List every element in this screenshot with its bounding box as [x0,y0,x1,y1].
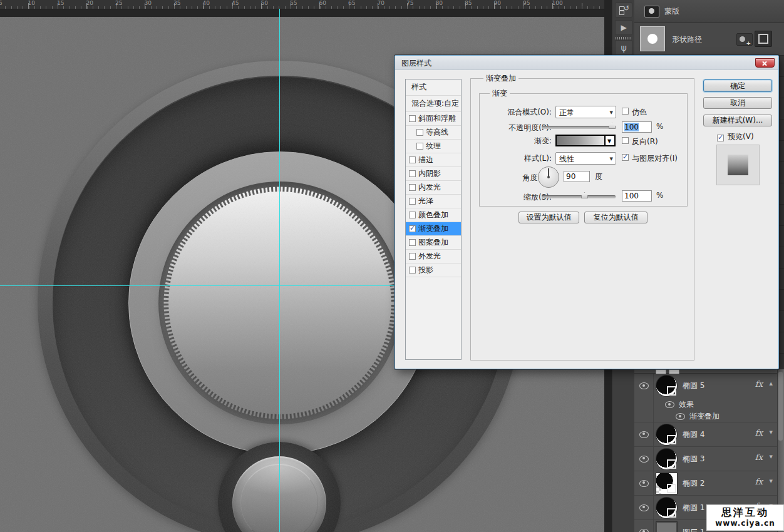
preview-checkbox[interactable] [717,135,724,141]
style-item-label: 斜面和浮雕 [418,113,456,124]
style-list-item-5[interactable]: 描边 [406,153,461,167]
history-panel-icon[interactable]: ↺ [615,3,632,18]
blend-mode-dropdown[interactable]: 正常▼ [555,106,616,118]
horizontal-ruler[interactable]: 5101520253035404550556065707580859095100 [0,0,604,9]
ruler-label: 65 [348,0,355,6]
style-item-checkbox[interactable] [409,239,416,246]
opacity-slider-thumb[interactable] [609,123,616,129]
style-list-item-3[interactable]: 等高线 [406,126,461,140]
visibility-eye-icon[interactable] [639,456,649,463]
visibility-eye-icon[interactable] [676,413,685,420]
visibility-eye-icon[interactable] [639,504,649,511]
layer-row[interactable]: 椭圆 2fx▼ [634,471,778,495]
style-list-item-2[interactable]: 斜面和浮雕 [406,112,461,126]
style-item-checkbox[interactable] [416,129,423,136]
effects-toggle-chevron-icon[interactable]: ▼ [770,454,773,459]
style-list-item-10[interactable]: 渐变叠加 [406,222,461,236]
scrollbar-thumb[interactable] [778,372,783,441]
brush-panel-icon[interactable]: ψ [615,40,632,55]
set-default-button[interactable]: 设置为默认值 [518,212,579,223]
shape-path-thumbnail[interactable] [640,26,665,51]
eye-cell[interactable] [634,422,654,446]
add-mask-icon[interactable]: + [736,33,753,46]
visibility-eye-icon[interactable] [639,480,649,487]
scale-slider[interactable] [542,195,616,198]
effects-toggle-chevron-icon[interactable]: ▲ [770,381,773,386]
eye-cell[interactable] [634,520,654,532]
style-item-label: 颜色叠加 [418,210,448,220]
style-item-checkbox[interactable] [409,225,416,232]
style-item-checkbox[interactable] [409,212,416,218]
style-item-label: 光泽 [418,196,433,207]
layer-thumbnail[interactable] [656,449,677,469]
ruler-label: 50 [261,0,268,6]
layer-name: 椭圆 4 [683,429,704,440]
close-button[interactable] [755,58,775,68]
lock-icon-tab[interactable] [669,369,679,374]
style-item-checkbox[interactable] [409,184,416,191]
new-style-button[interactable]: 新建样式(W)... [703,115,772,126]
layer-thumbnail[interactable] [656,376,677,396]
masks-panel-header[interactable]: 蒙版 [634,0,784,23]
effects-header-row[interactable]: 效果 [634,398,778,410]
layer-thumbnail[interactable] [656,522,677,532]
layer-row[interactable]: 椭圆 3fx▼ [634,446,778,471]
style-item-checkbox[interactable] [409,115,416,122]
layer-thumbnail[interactable] [656,498,677,518]
vertical-guide[interactable] [279,9,280,532]
layer-row[interactable]: 椭圆 4fx▼ [634,422,778,446]
style-list-item-6[interactable]: 内阴影 [406,167,461,181]
lock-icon-tab[interactable] [656,369,666,374]
cancel-button[interactable]: 取消 [703,97,772,109]
visibility-eye-icon[interactable] [639,431,649,438]
style-dropdown[interactable]: 线性▼ [555,152,616,165]
angle-input[interactable]: 90 [564,171,590,182]
style-item-checkbox[interactable] [409,156,416,163]
visibility-eye-icon[interactable] [639,382,649,389]
scale-slider-thumb[interactable] [581,192,588,198]
style-item-checkbox[interactable] [409,170,416,177]
effects-toggle-chevron-icon[interactable]: ▼ [770,479,773,484]
style-list-item-0[interactable]: 样式 [406,79,461,96]
style-list-item-9[interactable]: 颜色叠加 [406,208,461,222]
visibility-eye-icon[interactable] [665,401,674,408]
effect-item-row[interactable]: 渐变叠加 [634,410,778,422]
style-item-checkbox[interactable] [416,143,423,150]
gradient-picker-arrow[interactable]: ▼ [604,136,614,145]
ruler-label: 20 [86,0,93,6]
align-checkbox[interactable] [622,154,629,161]
opacity-input[interactable]: 100 [622,121,652,133]
style-list-item-8[interactable]: 光泽 [406,195,461,208]
style-list-item-1[interactable]: 混合选项:自定 [406,96,461,112]
shape-path-row[interactable]: 形状路径 + [634,23,784,55]
eye-cell[interactable] [634,447,654,471]
style-list-item-13[interactable]: 投影 [406,263,461,277]
style-list-item-12[interactable]: 外发光 [406,250,461,263]
gradient-swatch[interactable]: ▼ [555,135,616,146]
actions-panel-icon[interactable]: ▶ [615,20,632,35]
reverse-checkbox[interactable] [622,137,629,144]
opacity-slider[interactable] [542,126,616,129]
style-list-item-4[interactable]: 纹理 [406,140,461,153]
style-item-checkbox[interactable] [409,253,416,260]
visibility-eye-icon[interactable] [639,529,649,532]
style-item-checkbox[interactable] [409,198,416,205]
style-item-checkbox[interactable] [409,267,416,274]
eye-cell[interactable] [634,374,654,398]
effects-toggle-chevron-icon[interactable]: ▼ [770,430,773,435]
eye-cell[interactable] [634,471,654,495]
ok-button[interactable]: 确定 [703,79,772,92]
layer-thumbnail[interactable] [656,473,677,494]
layer-row[interactable]: 椭圆 5fx▲ [634,374,778,398]
layer-thumbnail[interactable] [656,424,677,445]
vector-path-icon[interactable] [755,31,772,47]
dialog-titlebar[interactable]: 图层样式 [395,56,778,70]
style-list-item-7[interactable]: 内发光 [406,181,461,195]
eye-cell[interactable] [634,496,654,519]
scale-input[interactable]: 100 [622,190,652,202]
ruler-label: 95 [523,0,530,6]
dither-checkbox[interactable] [622,108,629,115]
angle-dial[interactable] [538,166,559,188]
style-list-item-11[interactable]: 图案叠加 [406,236,461,250]
reset-default-button[interactable]: 复位为默认值 [584,212,647,223]
